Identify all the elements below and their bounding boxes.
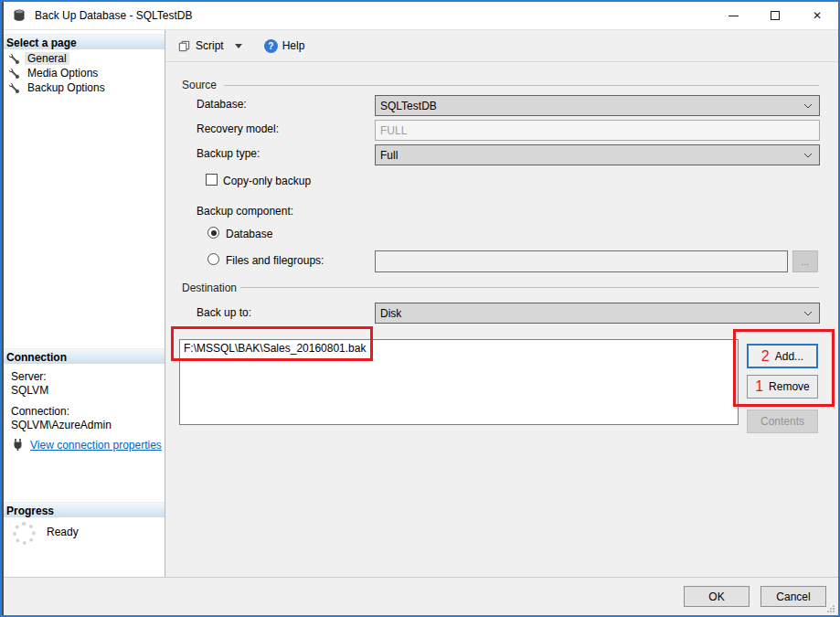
sidebar-item-label: Media Options xyxy=(25,67,101,80)
files-filegroups-field xyxy=(375,250,788,272)
recovery-model-label: Recovery model: xyxy=(197,122,279,135)
source-group-line xyxy=(224,85,819,86)
backup-type-label: Backup type: xyxy=(197,147,260,160)
connection-value: SQLVM\AzureAdmin xyxy=(11,419,112,432)
ok-button[interactable]: OK xyxy=(684,586,750,607)
source-group-label: Source xyxy=(182,79,217,91)
close-button[interactable]: ✕ xyxy=(796,2,838,29)
connection-header: Connection xyxy=(2,348,165,364)
database-radio-label: Database xyxy=(226,228,272,240)
database-label: Database: xyxy=(197,98,247,111)
window-title: Back Up Database - SQLTestDB xyxy=(35,9,193,22)
annotation-box-add-remove xyxy=(733,329,835,407)
sidebar-item-general[interactable]: General xyxy=(2,51,165,66)
minimize-icon xyxy=(728,16,739,16)
window-left-edge xyxy=(2,2,4,615)
server-value: SQLVM xyxy=(11,384,112,398)
progress-status: Ready xyxy=(47,526,79,545)
wrench-icon xyxy=(9,83,19,93)
files-filegroups-radio[interactable] xyxy=(207,253,219,265)
sidebar-item-label: Backup Options xyxy=(25,81,108,94)
wrench-icon xyxy=(9,69,19,79)
destination-group-label: Destination xyxy=(182,282,237,294)
back-up-to-combobox[interactable]: Disk xyxy=(375,303,820,324)
chevron-down-icon xyxy=(803,153,813,158)
resize-grip-icon[interactable] xyxy=(825,603,835,613)
copy-only-backup-label: Copy-only backup xyxy=(223,175,311,187)
progress-header: Progress xyxy=(2,502,165,517)
minimize-button[interactable] xyxy=(712,2,754,29)
ok-button-label: OK xyxy=(708,590,724,603)
recovery-model-field: FULL xyxy=(375,120,820,141)
backup-type-combobox[interactable]: Full xyxy=(375,144,820,165)
database-radio[interactable] xyxy=(207,227,219,239)
titlebar: Back Up Database - SQLTestDB ✕ xyxy=(2,2,838,30)
sidebar: Select a page General Media Options Back… xyxy=(2,30,165,577)
backup-component-label: Backup component: xyxy=(197,205,293,218)
view-connection-properties-link[interactable]: View connection properties xyxy=(30,439,162,452)
sidebar-item-backup-options[interactable]: Backup Options xyxy=(2,80,165,95)
script-dropdown-icon[interactable] xyxy=(235,44,242,48)
page-list: General Media Options Backup Options xyxy=(2,51,165,95)
footer: OK Cancel xyxy=(2,577,838,615)
copy-only-backup-checkbox[interactable] xyxy=(206,174,218,186)
database-combobox[interactable]: SQLTestDB xyxy=(375,95,820,116)
help-icon: ? xyxy=(264,39,278,53)
sidebar-item-label: General xyxy=(25,52,69,65)
cancel-button[interactable]: Cancel xyxy=(760,586,826,607)
chevron-down-icon xyxy=(803,103,813,109)
main-panel: Script ? Help Source Database: SQLTestDB… xyxy=(165,30,838,577)
cancel-button-label: Cancel xyxy=(776,590,810,603)
select-a-page-header: Select a page xyxy=(2,34,165,49)
files-filegroups-label: Files and filegroups: xyxy=(226,254,324,267)
close-icon: ✕ xyxy=(813,9,822,22)
browse-button: ... xyxy=(792,250,818,272)
script-icon xyxy=(177,39,191,53)
chevron-down-icon xyxy=(803,311,813,316)
maximize-icon xyxy=(771,11,780,20)
wrench-icon xyxy=(9,54,19,64)
connection-properties-icon xyxy=(11,438,25,452)
window-controls: ✕ xyxy=(712,2,838,29)
help-button[interactable]: ? Help xyxy=(261,37,309,56)
script-label: Script xyxy=(196,39,224,52)
annotation-box-file-path xyxy=(171,326,373,361)
contents-button-label: Contents xyxy=(760,415,804,428)
sidebar-item-media-options[interactable]: Media Options xyxy=(2,66,165,80)
toolbar: Script ? Help xyxy=(165,30,838,62)
server-label: Server: xyxy=(11,370,112,384)
connection-info: Server: SQLVM Connection: SQLVM\AzureAdm… xyxy=(11,370,112,432)
back-up-to-label: Back up to: xyxy=(197,306,251,319)
database-icon xyxy=(12,8,27,23)
maximize-button[interactable] xyxy=(754,2,796,29)
contents-button: Contents xyxy=(747,410,818,433)
destination-group-line xyxy=(240,287,819,288)
spinner-icon xyxy=(13,522,36,545)
connection-label: Connection: xyxy=(11,405,112,419)
script-button[interactable]: Script xyxy=(174,37,246,56)
help-label: Help xyxy=(282,39,305,52)
backup-database-dialog: Back Up Database - SQLTestDB ✕ Select a … xyxy=(0,0,840,617)
